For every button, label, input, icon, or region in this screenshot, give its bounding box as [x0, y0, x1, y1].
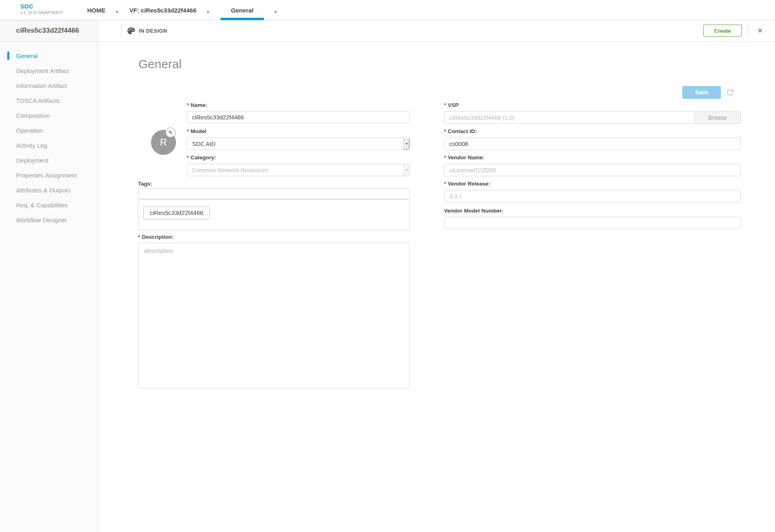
- model-select-value: SDC AID: [187, 138, 404, 150]
- close-icon[interactable]: ✕: [754, 20, 766, 42]
- sidebar-item-label: Deployment: [16, 157, 48, 164]
- sidebar-item-information-artifact[interactable]: Information Artifact: [0, 78, 98, 93]
- app-name: SDC: [20, 3, 63, 10]
- sidebar-item-tosca-artifacts[interactable]: TOSCA Artifacts: [0, 93, 98, 108]
- lifecycle-status: IN DESIGN: [127, 20, 167, 42]
- vendor-model-number-input[interactable]: [444, 217, 741, 229]
- vsp-value: ciRes5c33d22f4466 (1.0): [444, 112, 694, 123]
- model-label: *Model: [187, 128, 206, 134]
- sidebar-item-deployment-artifact[interactable]: Deployment Artifact: [0, 63, 98, 78]
- revert-icon[interactable]: [725, 88, 735, 97]
- vendor-name-label: *Vendor Name:: [444, 154, 484, 161]
- sidebar-item-properties-assignment[interactable]: Properties Assignment: [0, 168, 98, 183]
- vendor-release-input: [444, 190, 741, 202]
- sidebar-item-attributes-outputs[interactable]: Attributes & Outputs: [0, 183, 98, 198]
- sidebar-item-label: Composition: [16, 112, 50, 119]
- tags-container: ciRes5c33d22f4466: [138, 199, 410, 230]
- asset-title: ciRes5c33d22f4466: [0, 20, 98, 42]
- required-marker: *: [444, 128, 446, 134]
- category-select-value: Common Network Resources: [187, 164, 404, 176]
- vsp-label: *VSP: [444, 102, 459, 108]
- save-button[interactable]: Save: [682, 86, 721, 99]
- status-badge: IN DESIGN: [139, 28, 167, 34]
- sidebar-item-label: Properties Assignment: [16, 172, 77, 179]
- asset-header: ciRes5c33d22f4466 IN DESIGN Create ✕: [0, 20, 775, 42]
- category-label: *Category:: [187, 154, 216, 161]
- sidebar-item-label: Deployment Artifact: [16, 67, 69, 74]
- sidebar-item-general[interactable]: General: [0, 48, 98, 63]
- tags-input[interactable]: [138, 188, 410, 199]
- sidebar-item-composition[interactable]: Composition: [0, 108, 98, 123]
- required-marker: *: [187, 128, 189, 134]
- browse-button[interactable]: Browse: [694, 112, 740, 123]
- required-marker: *: [444, 181, 446, 187]
- active-indicator: [7, 52, 9, 60]
- sidebar-item-label: TOSCA Artifacts: [16, 97, 60, 104]
- breadcrumb-vf[interactable]: VF: ciRes5c33d22f4466: [130, 0, 197, 20]
- pencil-icon: ✎: [168, 129, 173, 136]
- required-marker: *: [444, 154, 446, 161]
- contact-id-input[interactable]: [444, 138, 741, 150]
- required-marker: *: [444, 102, 446, 108]
- chevron-right-icon: ▸: [275, 0, 277, 20]
- divider: [748, 25, 748, 37]
- name-input[interactable]: [187, 111, 410, 123]
- chevron-right-icon: ▸: [207, 0, 209, 20]
- name-label: *Name:: [187, 102, 207, 108]
- sidebar-item-label: Operation: [16, 127, 43, 134]
- required-marker: *: [187, 154, 189, 161]
- description-label: *Description:: [138, 234, 174, 240]
- sidebar-item-label: Information Artifact: [16, 82, 67, 89]
- contact-id-label: *Contact ID:: [444, 128, 477, 134]
- create-button[interactable]: Create: [703, 25, 742, 37]
- divider: [121, 24, 121, 38]
- general-form: General Save R ✎ *Name: *Model SDC AID ▼…: [98, 42, 775, 532]
- asset-status-bar: IN DESIGN Create ✕: [98, 20, 775, 42]
- sidebar-item-label: Activity Log: [16, 142, 47, 149]
- chevron-down-icon: ▼: [404, 164, 409, 176]
- palette-icon: [127, 27, 135, 35]
- tag-chip[interactable]: ciRes5c33d22f4466: [143, 206, 210, 219]
- tags-label: Tags:: [138, 181, 152, 187]
- category-select: Common Network Resources ▼: [187, 164, 410, 176]
- sidebar-item-label: General: [16, 52, 38, 59]
- app-logo[interactable]: SDC v.1.16.0-SNAPSHOT: [20, 3, 63, 15]
- chevron-right-icon: ▸: [116, 0, 119, 20]
- sidebar-item-operation[interactable]: Operation: [0, 123, 98, 138]
- sidebar-item-label: Attributes & Outputs: [16, 187, 70, 194]
- required-marker: *: [138, 234, 140, 240]
- breadcrumb-general-active[interactable]: General: [220, 0, 264, 20]
- sidebar-item-req-capabilities[interactable]: Req. & Capabilities: [0, 198, 98, 213]
- sidebar-item-workflow-designer[interactable]: Workflow Designer: [0, 213, 98, 227]
- chevron-down-icon: ▼: [404, 138, 409, 150]
- sidebar-item-deployment[interactable]: Deployment: [0, 153, 98, 168]
- vendor-release-label: *Vendor Release:: [444, 181, 490, 187]
- breadcrumb: HOME ▸ VF: ciRes5c33d22f4466 ▸ General ▸: [87, 0, 277, 20]
- sidebar: General Deployment Artifact Information …: [0, 42, 98, 532]
- sidebar-item-activity-log[interactable]: Activity Log: [0, 138, 98, 153]
- vendor-model-number-label: Vendor Model Number:: [444, 208, 504, 214]
- vsp-field: ciRes5c33d22f4466 (1.0) Browse: [444, 111, 741, 124]
- model-select[interactable]: SDC AID ▼: [187, 138, 410, 150]
- required-marker: *: [187, 102, 189, 108]
- breadcrumb-home[interactable]: HOME: [87, 0, 105, 20]
- edit-avatar-button[interactable]: ✎: [165, 127, 176, 138]
- sidebar-item-label: Workflow Designer: [16, 217, 67, 223]
- description-textarea[interactable]: description: [138, 243, 410, 388]
- vendor-name-input: [444, 164, 741, 176]
- top-nav: SDC v.1.16.0-SNAPSHOT HOME ▸ VF: ciRes5c…: [0, 0, 775, 20]
- app-version: v.1.16.0-SNAPSHOT: [20, 10, 63, 15]
- sidebar-item-label: Req. & Capabilities: [16, 202, 68, 209]
- page-title: General: [138, 57, 182, 71]
